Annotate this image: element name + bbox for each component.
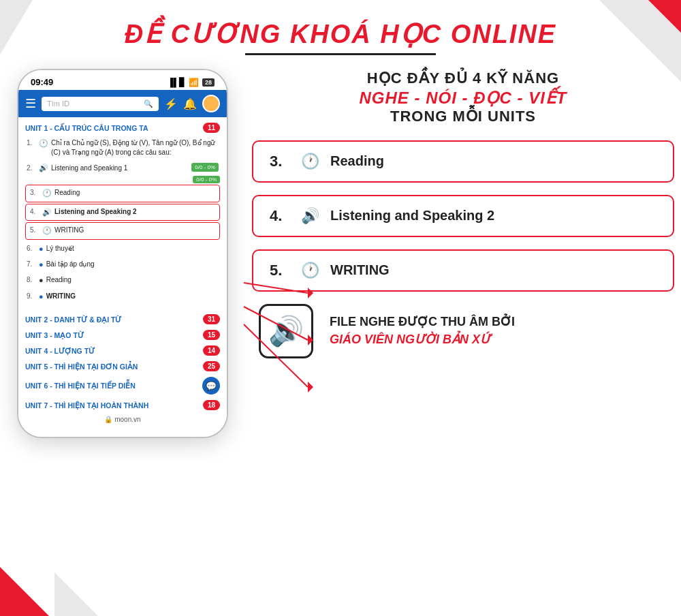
lesson-item-7[interactable]: 7. ● Bài tập áp dụng [25, 257, 220, 273]
unit7-badge: 18 [203, 400, 220, 410]
unit5-badge: 25 [203, 361, 220, 371]
unit6-title: UNIT 6 - THÌ HIỆN TẠI TIẾP DIỄN [25, 382, 136, 390]
skill-num-4: 4. [270, 207, 290, 225]
lesson-icon-6: ● [39, 244, 44, 254]
phone-wrapper: 09:49 ▐▌▊ 📶 28 ☰ Tìm ID 🔍 ⚡ [7, 69, 238, 438]
search-box[interactable]: Tìm ID 🔍 [42, 97, 159, 111]
lesson-item-5[interactable]: 5. 🕐 WRITING [25, 222, 220, 239]
lesson-item-6[interactable]: 6. ● Lý thuyết [25, 241, 220, 257]
lesson-item-9[interactable]: 9. ● WRITING [25, 289, 220, 305]
lesson-progress-2b: 0/0 - 0% [193, 176, 220, 183]
unit5-header[interactable]: UNIT 5 - THÌ HIỆN TẠI ĐƠN GIẢN 25 [25, 357, 220, 373]
skill-card-reading[interactable]: 3. 🕐 Reading [252, 140, 674, 183]
lesson-icon-9: ● [39, 292, 44, 302]
skill-label-reading: Reading [330, 153, 384, 169]
skill-card-writing[interactable]: 5. 🕐 WRITING [252, 249, 674, 292]
unit7-header[interactable]: UNIT 7 - THÌ HIỆN TẠI HOÀN THÀNH 18 [25, 396, 220, 412]
lesson-text-3: Reading [54, 188, 215, 198]
skills-heading: HỌC ĐẦY ĐỦ 4 KỸ NĂNG NGHE - NÓI - ĐỌC - … [252, 69, 674, 125]
header-icons: ⚡ 🔔 [164, 95, 220, 112]
status-icons: ▐▌▊ 📶 28 [168, 78, 215, 87]
lesson-item-3[interactable]: 3. 🕐 Reading [25, 185, 220, 202]
page-title: ĐỀ CƯƠNG KHOÁ HỌC ONLINE [125, 19, 556, 49]
lesson-progress-2: 0/0 - 0% [191, 163, 219, 172]
speaker-icon-4: 🔊 [301, 207, 319, 225]
unit4-badge: 14 [203, 345, 220, 356]
audio-text-line2: GIÁO VIÊN NGƯỜI BẢN XỨ [330, 331, 515, 348]
wifi-icon: 📶 [189, 78, 199, 87]
hamburger-icon[interactable]: ☰ [25, 96, 36, 111]
skill-card-listening[interactable]: 4. 🔊 Listening and Speaking 2 [252, 195, 674, 237]
moon-domain: moon.vn [114, 416, 140, 423]
lesson-icon-7: ● [39, 260, 44, 270]
lesson-text-4: Listening and Speaking 2 [54, 207, 215, 217]
audio-text: FILE NGHE ĐƯỢC THU ÂM BỞI GIÁO VIÊN NGƯỜ… [330, 313, 515, 348]
unit1-header[interactable]: UNIT 1 - CẤU TRÚC CÂU TRONG TA 11 [25, 117, 220, 136]
lesson-item-4[interactable]: 4. 🔊 Listening and Speaking 2 [25, 204, 220, 221]
phone-frame: 09:49 ▐▌▊ 📶 28 ☰ Tìm ID 🔍 ⚡ [17, 69, 228, 438]
content-row: 09:49 ▐▌▊ 📶 28 ☰ Tìm ID 🔍 ⚡ [7, 69, 674, 438]
main-container: ĐỀ CƯƠNG KHOÁ HỌC ONLINE 09:49 ▐▌▊ 📶 28 … [0, 0, 681, 616]
lesson-num-4: 4. [30, 207, 39, 217]
unit1-title: UNIT 1 - CẤU TRÚC CÂU TRONG TA [25, 124, 148, 132]
audio-section: 🔊 FILE NGHE ĐƯỢC THU ÂM BỞI GIÁO VIÊN NG… [252, 304, 674, 358]
phone-body: UNIT 1 - CẤU TRÚC CÂU TRONG TA 11 1. 🕐 C… [18, 117, 227, 437]
lesson-text-6: Lý thuyết [46, 244, 219, 253]
lesson-num-6: 6. [27, 244, 36, 253]
skill-num-5: 5. [270, 262, 290, 279]
lesson-icon-1: 🕐 [39, 138, 48, 149]
unit2-title: UNIT 2 - DANH TỪ & ĐẠI TỪ [25, 315, 122, 324]
phone-status-bar: 09:49 ▐▌▊ 📶 28 [18, 70, 227, 90]
right-panel: HỌC ĐẦY ĐỦ 4 KỸ NĂNG NGHE - NÓI - ĐỌC - … [252, 69, 674, 358]
lesson-text-8: Reading [46, 275, 219, 285]
lesson-text-2: Listening and Speaking 1 [51, 164, 127, 173]
status-time: 09:49 [31, 77, 53, 87]
lesson-num-8: 8. [27, 275, 36, 285]
lesson-icon-2: 🔊 [39, 163, 48, 173]
divider-1 [25, 305, 220, 310]
unit2-badge: 31 [203, 314, 220, 324]
bell-icon[interactable]: 🔔 [183, 97, 197, 110]
lesson-icon-4: 🔊 [42, 207, 52, 217]
unit4-header[interactable]: UNIT 4 - LƯỢNG TỪ 14 [25, 341, 220, 357]
battery-indicator: 28 [202, 78, 215, 87]
avatar[interactable] [202, 95, 220, 112]
unit1-badge: 11 [203, 123, 220, 133]
lesson-text-9: WRITING [46, 292, 219, 301]
unit3-header[interactable]: UNIT 3 - MẠO TỪ 15 [25, 326, 220, 341]
lesson-num-7: 7. [27, 260, 36, 269]
lesson-num-2: 2. [27, 164, 36, 173]
audio-speaker-icon: 🔊 [268, 314, 304, 348]
skills-line3: TRONG MỖI UNITS [252, 108, 674, 125]
unit6-header[interactable]: UNIT 6 - THÌ HIỆN TẠI TIẾP DIỄN 💬 [25, 373, 220, 396]
lesson-num-3: 3. [30, 188, 39, 198]
lesson-item-2[interactable]: 2. 🔊 Listening and Speaking 1 0/0 - 0% [25, 160, 220, 176]
lock-icon: 🔒 [104, 416, 112, 423]
unit5-title: UNIT 5 - THÌ HIỆN TẠI ĐƠN GIẢN [25, 363, 138, 371]
signal-icon: ▐▌▊ [168, 78, 185, 87]
unit3-title: UNIT 3 - MẠO TỪ [25, 331, 84, 339]
search-icon[interactable]: 🔍 [144, 99, 153, 108]
skills-line1: HỌC ĐẦY ĐỦ 4 KỸ NĂNG [252, 69, 674, 89]
unit3-badge: 15 [203, 330, 220, 340]
lesson-num-5: 5. [30, 226, 39, 235]
skill-num-3: 3. [270, 153, 290, 170]
lesson-text-5: WRITING [54, 226, 215, 235]
title-underline [245, 53, 436, 55]
phone-header: ☰ Tìm ID 🔍 ⚡ 🔔 [18, 90, 227, 117]
lesson-text-7: Bài tập áp dụng [46, 260, 219, 269]
lesson-item-1[interactable]: 1. 🕐 Chỉ ra Chủ ngữ (S), Động từ (V), Tâ… [25, 136, 220, 160]
lesson-item-8[interactable]: 8. ● Reading [25, 273, 220, 288]
messenger-button[interactable]: 💬 [202, 377, 220, 395]
lesson-num-9: 9. [27, 292, 36, 301]
lesson-icon-3: 🕐 [42, 188, 52, 198]
lesson-icon-5: 🕐 [42, 226, 52, 236]
skill-label-writing: WRITING [330, 262, 390, 278]
unit2-header[interactable]: UNIT 2 - DANH TỪ & ĐẠI TỪ 31 [25, 310, 220, 326]
audio-icon-box: 🔊 [259, 304, 313, 358]
unit4-title: UNIT 4 - LƯỢNG TỪ [25, 347, 95, 355]
skills-line2: NGHE - NÓI - ĐỌC - VIẾT [252, 89, 674, 108]
lesson-num-1: 1. [27, 138, 36, 148]
lesson-icon-8: ● [39, 275, 44, 286]
lightning-icon[interactable]: ⚡ [164, 97, 178, 110]
